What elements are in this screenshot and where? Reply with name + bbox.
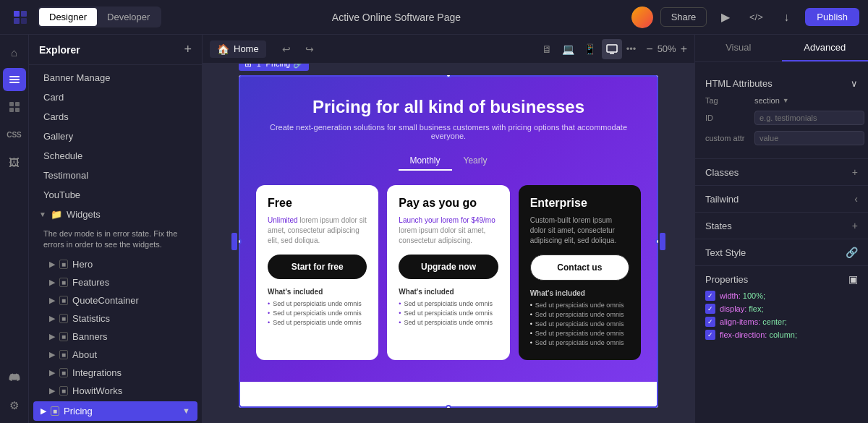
resize-handle-bc[interactable] (446, 405, 451, 408)
custom-attr-value-input[interactable] (754, 131, 864, 145)
resize-handle-right[interactable] (660, 233, 665, 250)
sidebar-icon-components[interactable] (3, 95, 26, 119)
resize-handle-br[interactable] (655, 405, 658, 408)
svg-rect-2 (14, 18, 20, 24)
component-icon: ■ (59, 314, 68, 323)
share-button[interactable]: Share (660, 7, 707, 27)
property-checkbox-width[interactable] (705, 291, 715, 301)
property-text-display: display: flex; (720, 304, 764, 313)
text-style-section: Text Style 🔗 (695, 239, 868, 266)
svg-rect-9 (9, 108, 14, 112)
classes-add-icon[interactable]: + (852, 166, 858, 178)
explorer-item-features[interactable]: ▶ ■ Features (29, 273, 202, 291)
code-icon[interactable]: </> (744, 6, 767, 29)
resize-handle-bl[interactable] (239, 405, 242, 408)
contact-us-button[interactable]: Contact us (530, 255, 629, 281)
play-icon[interactable]: ▶ (714, 6, 737, 29)
explorer-item-statistics[interactable]: ▶ ■ Statistics (29, 309, 202, 328)
tailwind-collapse-icon[interactable]: ‹ (854, 193, 858, 205)
property-checkbox-align[interactable] (705, 317, 715, 327)
property-checkbox-flex-dir[interactable] (705, 330, 715, 340)
property-checkbox-display[interactable] (705, 304, 715, 314)
tag-select[interactable]: section ▼ (754, 96, 789, 105)
canvas-area: 🏠 Home ↩ ↪ 🖥 💻 📱 ••• − (203, 35, 694, 423)
explorer-item-integrations[interactable]: ▶ ■ Integrations (29, 364, 202, 382)
explorer-item-quotecontainer[interactable]: ▶ ■ QuoteContainer (29, 291, 202, 309)
expand-icon: ▶ (49, 296, 55, 305)
classes-header[interactable]: Classes + (705, 166, 858, 178)
explorer-item-schedule[interactable]: Schedule (29, 146, 202, 166)
section-tag: 1 (255, 64, 263, 69)
explorer-widgets-group[interactable]: ▼ 📁 Widgets (29, 205, 202, 224)
card-enterprise-desc: Custom-built lorem ipsum dolor sit amet,… (530, 215, 629, 246)
logo-icon[interactable] (9, 6, 32, 29)
tailwind-header[interactable]: Tailwind ‹ (705, 193, 858, 205)
feature-item: Sed ut perspiciatis unde omnis (530, 311, 629, 318)
sidebar-icon-home[interactable]: ⌂ (3, 40, 26, 64)
designer-tab[interactable]: Designer (39, 8, 97, 26)
property-align-items: align-items: center; (705, 317, 858, 327)
publish-button[interactable]: Publish (805, 8, 859, 26)
sidebar-icon-settings[interactable]: ⚙ (3, 394, 26, 417)
collapse-icon[interactable]: ∨ (851, 78, 858, 89)
explorer-item-card[interactable]: Card (29, 87, 202, 107)
id-input[interactable] (754, 111, 864, 125)
explorer-add-button[interactable]: + (184, 42, 192, 57)
explorer-item-howitworks[interactable]: ▶ ■ HowitWorks (29, 382, 202, 400)
sidebar-icon-layers[interactable] (3, 68, 26, 91)
sidebar-icons: ⌂ CSS 🖼 ⚙ (0, 35, 29, 423)
desktop-large-icon[interactable]: 🖥 (537, 39, 557, 59)
explorer-item-testimonal[interactable]: Testimonal (29, 166, 202, 185)
redo-button[interactable]: ↪ (299, 39, 320, 59)
tailwind-section: Tailwind ‹ (695, 186, 868, 213)
topbar-right: Share ▶ </> ↓ Publish (631, 6, 859, 29)
explorer-item-hero[interactable]: ▶ ■ Hero (29, 255, 202, 273)
component-icon: ■ (59, 296, 68, 305)
property-flex-direction: flex-direction: column; (705, 330, 858, 340)
page-title: Active Online Software Page (167, 12, 625, 23)
text-style-link-icon[interactable]: 🔗 (846, 247, 858, 258)
upgrade-now-button[interactable]: Upgrade now (399, 255, 498, 279)
canvas-home-tab[interactable]: 🏠 Home (210, 40, 266, 58)
pricing-card-paygo: Pay as you go Launch your lorem for $49/… (387, 185, 509, 360)
desktop-icon[interactable]: 💻 (558, 39, 579, 59)
topbar: Designer Developer Active Online Softwar… (0, 0, 868, 35)
properties-layout-icon[interactable]: ▣ (848, 273, 858, 285)
advanced-tab[interactable]: Advanced (782, 35, 869, 61)
states-add-icon[interactable]: + (852, 220, 858, 231)
avatar[interactable] (631, 7, 653, 28)
download-icon[interactable]: ↓ (775, 6, 798, 29)
component-icon: ■ (59, 368, 68, 377)
explorer-item-youtube[interactable]: YouTube (29, 185, 202, 205)
card-free-desc: Unlimited lorem ipsum dolor sit amet, co… (268, 215, 367, 246)
yearly-toggle[interactable]: Yearly (452, 152, 499, 171)
resize-handle-mr[interactable] (655, 239, 658, 244)
monthly-toggle[interactable]: Monthly (399, 152, 452, 171)
explorer-item-cards[interactable]: Cards (29, 107, 202, 127)
explorer-item-gallery[interactable]: Gallery (29, 127, 202, 146)
zoom-in-button[interactable]: + (681, 43, 687, 56)
start-free-button[interactable]: Start for free (268, 255, 367, 279)
sidebar-icon-image[interactable]: 🖼 (3, 150, 26, 174)
zoom-out-button[interactable]: − (646, 43, 652, 56)
custom-attr-label: custom attr (705, 134, 749, 142)
sidebar-icon-discord[interactable] (3, 367, 26, 390)
item-label: Hero (72, 259, 93, 270)
tag-row: Tag section ▼ (705, 96, 858, 105)
sidebar-icon-css[interactable]: CSS (3, 123, 26, 146)
explorer-item-banners[interactable]: ▶ ■ Banners (29, 328, 202, 346)
panel-content: HTML Attributes ∨ Tag section ▼ ID (695, 62, 868, 423)
item-label: About (72, 349, 97, 360)
explorer-item-banner[interactable]: Banner Manage (29, 68, 202, 87)
tablet-icon[interactable]: 📱 (580, 39, 600, 59)
undo-button[interactable]: ↩ (276, 39, 297, 59)
explorer-item-about[interactable]: ▶ ■ About (29, 346, 202, 364)
canvas-more-button[interactable]: ••• (626, 43, 637, 54)
visual-tab[interactable]: Visual (695, 35, 782, 61)
states-header[interactable]: States + (705, 220, 858, 231)
developer-tab[interactable]: Developer (97, 8, 160, 26)
explorer-item-pricing-active[interactable]: ▶ ■ Pricing ▼ (33, 401, 197, 421)
svg-rect-6 (9, 82, 20, 83)
monitor-icon[interactable] (602, 39, 622, 59)
resize-handle-left[interactable] (231, 233, 237, 250)
